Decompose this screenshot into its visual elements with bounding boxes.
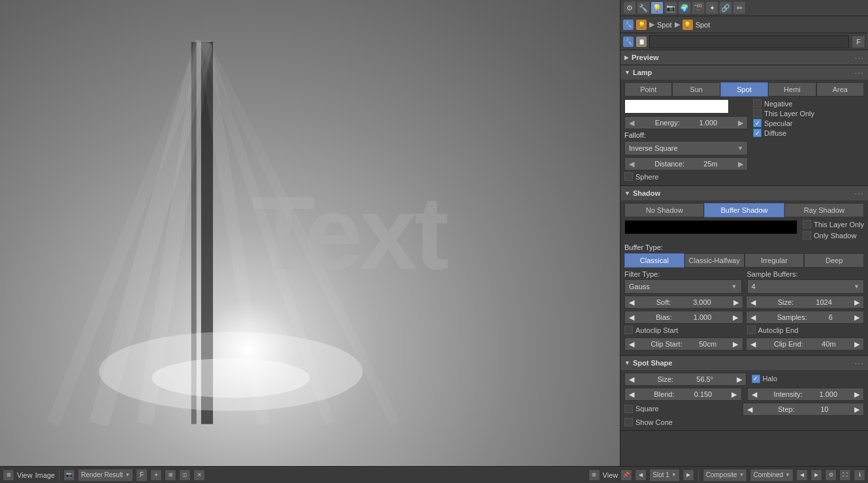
tab-irregular[interactable]: Irregular bbox=[745, 253, 805, 268]
breadcrumb-icon-home[interactable]: 🔧 bbox=[623, 20, 634, 30]
fullscreen-icon[interactable]: ⛶ bbox=[839, 469, 851, 481]
next2-icon[interactable]: ▶ bbox=[811, 469, 822, 481]
composite-select[interactable]: Composite ▼ bbox=[703, 469, 748, 482]
negative-checkbox[interactable] bbox=[753, 99, 762, 108]
grid-icon[interactable]: ⊞ bbox=[165, 469, 176, 481]
shadow-checkboxes: This Layer Only Only Shadow bbox=[803, 220, 864, 241]
spot-size-spinner[interactable]: ◀ Size: 56.5° ▶ bbox=[624, 373, 747, 386]
autoclip-start-checkbox[interactable] bbox=[624, 326, 633, 334]
sample-buffers-dropdown[interactable]: 4 ▼ bbox=[747, 279, 865, 294]
toolbar-icon-scene[interactable]: 🎬 bbox=[692, 1, 705, 14]
bias-spinner[interactable]: ◀ Bias: 1.000 ▶ bbox=[624, 311, 743, 324]
name-icon[interactable]: 🔧 bbox=[623, 37, 634, 47]
settings2-icon[interactable]: ⚙ bbox=[825, 469, 837, 481]
diffuse-label: Diffuse bbox=[764, 129, 786, 137]
clip-end-spinner[interactable]: ◀ Clip End: 40m ▶ bbox=[746, 337, 865, 351]
energy-spinner-left: ◀ bbox=[629, 119, 634, 127]
shadow-this-layer-checkbox[interactable] bbox=[803, 220, 811, 228]
falloff-dropdown[interactable]: Inverse Square ▼ bbox=[624, 141, 748, 155]
spot-shape-section-header[interactable]: ▼ Spot Shape ··· bbox=[620, 356, 868, 370]
autoclip-end-checkbox[interactable] bbox=[747, 326, 756, 334]
toolbar-icon-data[interactable]: ✏ bbox=[733, 1, 746, 14]
name-input[interactable]: Spot bbox=[649, 35, 849, 48]
tab-area[interactable]: Area bbox=[816, 82, 864, 97]
view-label[interactable]: View bbox=[17, 471, 33, 479]
next-icon[interactable]: ▶ bbox=[683, 469, 694, 481]
lamp-section-header[interactable]: ▼ Lamp ··· bbox=[620, 65, 868, 80]
toolbar-icon-constraints[interactable]: 🔗 bbox=[719, 1, 732, 14]
tab-ray-shadow[interactable]: Ray Shadow bbox=[784, 203, 864, 217]
tab-hemi[interactable]: Hemi bbox=[768, 82, 816, 97]
breadcrumb-item-2[interactable]: Spot bbox=[696, 21, 711, 29]
tab-buffer-shadow[interactable]: Buffer Shadow bbox=[704, 203, 784, 217]
specular-checkbox[interactable] bbox=[753, 119, 762, 127]
filter-type-dropdown[interactable]: Gauss ▼ bbox=[624, 279, 742, 294]
toolbar-icon-world[interactable]: 🌍 bbox=[678, 1, 691, 14]
slot-select[interactable]: Slot 1 ▼ bbox=[649, 469, 680, 482]
toolbar-icon-settings[interactable]: ⚙ bbox=[623, 1, 636, 14]
intensity-spinner[interactable]: ◀ Intensity: 1.000 ▶ bbox=[747, 388, 865, 401]
distance-label: Distance: bbox=[654, 160, 684, 168]
f-button[interactable]: F bbox=[852, 35, 865, 48]
square-checkbox[interactable] bbox=[624, 405, 633, 413]
shadow-arrow-icon: ▼ bbox=[624, 190, 630, 196]
soft-spinner[interactable]: ◀ Soft: 3.000 ▶ bbox=[624, 296, 743, 309]
tab-classical[interactable]: Classical bbox=[624, 253, 684, 268]
grid2-icon[interactable]: ◫ bbox=[179, 469, 191, 481]
tab-no-shadow[interactable]: No Shadow bbox=[624, 203, 704, 217]
distance-spinner[interactable]: ◀ Distance: 25m ▶ bbox=[624, 157, 748, 170]
view2-icon[interactable]: ⊞ bbox=[588, 469, 600, 481]
step-spinner[interactable]: ◀ Step: 10 ▶ bbox=[743, 403, 865, 416]
falloff-dropdown-arrow: ▼ bbox=[737, 145, 743, 151]
sphere-checkbox[interactable] bbox=[624, 172, 633, 181]
only-shadow-checkbox[interactable] bbox=[803, 231, 811, 240]
svg-point-9 bbox=[152, 358, 310, 398]
energy-spinner[interactable]: ◀ Energy: 1.000 ▶ bbox=[624, 116, 748, 129]
breadcrumb-icon-lamp[interactable]: 💡 bbox=[636, 20, 647, 30]
close-icon[interactable]: ✕ bbox=[193, 469, 205, 481]
viewport-icon[interactable]: ⊞ bbox=[3, 469, 14, 481]
square-step-row: Square ◀ Step: 10 ▶ bbox=[624, 403, 864, 416]
toolbar-icon-lamp[interactable]: 💡 bbox=[651, 1, 664, 14]
info-icon[interactable]: ℹ bbox=[854, 469, 865, 481]
combined-select[interactable]: Combined ▼ bbox=[750, 469, 794, 482]
blend-spinner[interactable]: ◀ Blend: 0.150 ▶ bbox=[624, 388, 742, 401]
pin-icon[interactable]: 📌 bbox=[620, 469, 632, 481]
breadcrumb-item-1[interactable]: Spot bbox=[657, 21, 672, 29]
toolbar-icon-particles[interactable]: ✦ bbox=[705, 1, 718, 14]
prev-icon[interactable]: ◀ bbox=[635, 469, 647, 481]
samples-spinner[interactable]: ◀ Samples: 6 ▶ bbox=[746, 311, 865, 324]
toolbar-icon-tool[interactable]: 🔧 bbox=[637, 1, 650, 14]
sample-buffers-col: Sample Buffers: 4 ▼ bbox=[747, 270, 865, 294]
tab-sun[interactable]: Sun bbox=[672, 82, 720, 97]
camera-icon[interactable]: 📷 bbox=[63, 469, 75, 481]
shadow-section-dots: ··· bbox=[854, 188, 864, 198]
this-layer-only-checkbox[interactable] bbox=[753, 109, 762, 117]
blend-spinner-right: ▶ bbox=[731, 390, 737, 399]
f-bottom-btn[interactable]: F bbox=[136, 469, 148, 482]
halo-checkbox[interactable] bbox=[752, 375, 760, 383]
image-label[interactable]: Image bbox=[35, 471, 56, 479]
size-spinner[interactable]: ◀ Size: 1024 ▶ bbox=[746, 296, 865, 309]
render-result-select[interactable]: Render Result ▼ bbox=[78, 469, 133, 482]
show-cone-checkbox[interactable] bbox=[624, 418, 633, 426]
add-icon[interactable]: + bbox=[150, 469, 162, 481]
tab-deep[interactable]: Deep bbox=[804, 253, 864, 268]
prev2-icon[interactable]: ◀ bbox=[796, 469, 808, 481]
lamp-color-swatch[interactable] bbox=[624, 99, 729, 114]
shadow-this-layer-label: This Layer Only bbox=[814, 221, 864, 228]
breadcrumb-icon-spot[interactable]: 💡 bbox=[683, 20, 693, 30]
shadow-color-swatch[interactable] bbox=[624, 220, 797, 234]
tab-spot[interactable]: Spot bbox=[720, 82, 768, 97]
diffuse-checkbox[interactable] bbox=[753, 129, 762, 137]
clip-start-spinner[interactable]: ◀ Clip Start: 50cm ▶ bbox=[624, 337, 743, 351]
preview-section-header[interactable]: ▶ Preview ··· bbox=[620, 50, 868, 65]
view2-label[interactable]: View bbox=[603, 471, 619, 479]
shadow-section-header[interactable]: ▼ Shadow ··· bbox=[620, 186, 868, 200]
spot-shape-section-dots: ··· bbox=[854, 358, 864, 368]
tab-classic-halfway[interactable]: Classic-Halfway bbox=[684, 253, 745, 268]
toolbar-icon-camera[interactable]: 📷 bbox=[664, 1, 677, 14]
tab-point[interactable]: Point bbox=[624, 82, 672, 97]
name-icon2[interactable]: 📋 bbox=[636, 37, 647, 47]
size-halo-row: ◀ Size: 56.5° ▶ Halo bbox=[624, 373, 864, 386]
